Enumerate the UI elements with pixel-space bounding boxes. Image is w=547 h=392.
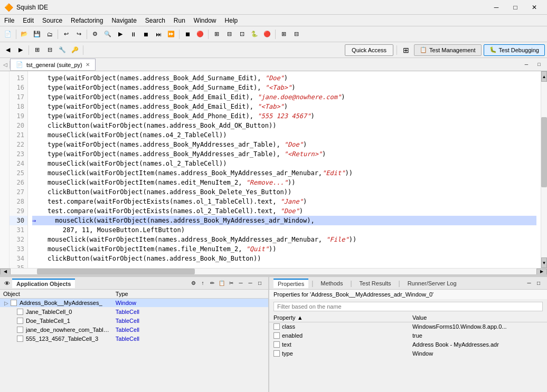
hscroll-left[interactable]: ◀: [0, 269, 11, 275]
sep6: [275, 30, 276, 39]
tb-btn-11[interactable]: ⊟: [223, 28, 235, 40]
prop-col-value[interactable]: Value: [408, 313, 547, 322]
tb-btn-1[interactable]: ⚙: [89, 28, 101, 40]
minimize-button[interactable]: ─: [488, 2, 505, 13]
properties-maximize[interactable]: □: [534, 279, 543, 288]
app-objects-tool-2[interactable]: ↑: [199, 279, 207, 288]
editor-maximize-button[interactable]: □: [533, 59, 545, 70]
prop-row-type[interactable]: type Window: [269, 349, 547, 358]
table-row-0[interactable]: ▷ Address_Book__MyAddresses_ Window: [0, 299, 268, 308]
app-objects-minimize[interactable]: ─: [246, 279, 254, 288]
editor-tab-main[interactable]: 📄 tst_general (suite_py) ✕: [10, 59, 96, 70]
tb-btn-15[interactable]: ⊞: [278, 28, 289, 40]
scroll-down[interactable]: ▼: [541, 257, 547, 268]
menu-window[interactable]: Window: [190, 16, 221, 25]
test-management-button[interactable]: 📋 Test Management: [414, 44, 481, 56]
new-button[interactable]: 📄: [2, 28, 14, 40]
tb-extra-4[interactable]: 🔑: [69, 44, 81, 56]
tb-extra-1[interactable]: ⊞: [31, 44, 43, 56]
app-objects-tool-4[interactable]: 📋: [218, 279, 226, 288]
nav-back-button[interactable]: ◀: [2, 44, 14, 56]
table-row-2[interactable]: Doe_TableCell_1 TableCell: [0, 317, 268, 326]
row4-checkbox[interactable]: [17, 336, 23, 342]
menu-search[interactable]: Search: [141, 16, 169, 25]
quick-access-button[interactable]: Quick Access: [345, 44, 393, 56]
side-icon-1[interactable]: ◁: [3, 62, 7, 68]
test-debugging-button[interactable]: 🐛 Test Debugging: [484, 44, 545, 56]
save-button[interactable]: 💾: [31, 28, 43, 40]
menu-navigate[interactable]: Navigate: [107, 16, 140, 25]
app-objects-tool-1[interactable]: ⚙: [189, 279, 197, 288]
menu-help[interactable]: Help: [221, 16, 242, 25]
nav-fwd-button[interactable]: ▶: [15, 44, 26, 56]
tb-btn-8[interactable]: ◼: [182, 28, 193, 40]
table-row-3[interactable]: jane_doe_nowhere_com_Tabl… TableCell: [0, 326, 268, 334]
tb-btn-4[interactable]: ⏸: [127, 28, 139, 40]
app-objects-title[interactable]: Application Objects: [12, 279, 75, 288]
editor-scrollbar[interactable]: ▲ ▼: [541, 71, 547, 268]
row0-checkbox[interactable]: [11, 300, 17, 306]
maximize-button[interactable]: □: [507, 2, 524, 13]
menu-file[interactable]: File: [0, 16, 18, 25]
prop-text-checkbox[interactable]: [274, 341, 280, 348]
tab-methods[interactable]: Methods: [316, 279, 347, 288]
tb-btn-9[interactable]: 🔴: [194, 28, 206, 40]
prop-row-class[interactable]: class WindowsForms10.Window.8.app.0...: [269, 322, 547, 331]
properties-filter-input[interactable]: [274, 302, 543, 311]
prop-enabled-checkbox[interactable]: [274, 332, 280, 339]
close-button[interactable]: ✕: [526, 2, 543, 13]
prop-col-property[interactable]: Property ▲: [269, 313, 408, 322]
tb-btn-5[interactable]: ⏹: [140, 28, 152, 40]
app-objects-maximize[interactable]: □: [256, 279, 264, 288]
editor-minimize-button[interactable]: ─: [521, 59, 532, 70]
tb-btn-12[interactable]: ⊡: [236, 28, 248, 40]
hscroll-right[interactable]: ▶: [536, 269, 547, 275]
hscroll-thumb[interactable]: [37, 269, 195, 274]
tb-btn-13[interactable]: 🐍: [249, 28, 260, 40]
table-row-4[interactable]: 555_123_4567_TableCell_3 TableCell: [0, 334, 268, 343]
prop-class-checkbox[interactable]: [274, 323, 280, 330]
tb-btn-10[interactable]: ⊞: [211, 28, 222, 40]
row0-expand[interactable]: ▷: [3, 300, 10, 306]
tb-extra-2[interactable]: ⊟: [44, 44, 55, 56]
editor-hscroll[interactable]: ◀ ▶: [0, 268, 547, 274]
save-all-button[interactable]: 🗂: [44, 28, 55, 40]
row3-checkbox[interactable]: [17, 327, 23, 333]
scroll-thumb[interactable]: [541, 117, 547, 187]
prop-type-checkbox[interactable]: [274, 350, 280, 357]
tb-btn-2[interactable]: 🔍: [102, 28, 114, 40]
tab-runner-log[interactable]: Runner/Server Log: [403, 279, 461, 288]
row2-checkbox[interactable]: [17, 318, 23, 324]
app-objects-tool-3[interactable]: ✏: [208, 279, 216, 288]
scroll-up[interactable]: ▲: [541, 71, 547, 82]
perspective-1[interactable]: ⊞: [400, 44, 412, 56]
table-row-1[interactable]: Jane_TableCell_0 TableCell: [0, 308, 268, 317]
gutter: [0, 71, 10, 268]
open-button[interactable]: 📂: [18, 28, 30, 40]
redo-button[interactable]: ↪: [73, 28, 84, 40]
prop-row-enabled[interactable]: enabled true: [269, 331, 547, 340]
menu-refactoring[interactable]: Refactoring: [67, 16, 107, 25]
menu-run[interactable]: Run: [169, 16, 190, 25]
properties-minimize[interactable]: ─: [525, 279, 533, 288]
app-objects-tool-5[interactable]: ✂: [227, 279, 235, 288]
tb-btn-6[interactable]: ⏭: [153, 28, 164, 40]
tab-properties[interactable]: Properties: [274, 279, 308, 288]
tb-btn-7[interactable]: ⏩: [165, 28, 177, 40]
tb-btn-14[interactable]: 🔴: [261, 28, 273, 40]
row1-checkbox[interactable]: [17, 309, 23, 315]
prop-row-text[interactable]: text Address Book - MyAddresses.adr: [269, 340, 547, 349]
tab-test-results[interactable]: Test Results: [355, 279, 395, 288]
prop-type-name: type: [269, 349, 408, 358]
tb-btn-16[interactable]: ⊟: [290, 28, 302, 40]
app-objects-tool-6[interactable]: ─: [237, 279, 245, 288]
tab-close-button[interactable]: ✕: [86, 62, 90, 68]
undo-button[interactable]: ↩: [60, 28, 72, 40]
tb-btn-3[interactable]: ▶: [115, 28, 126, 40]
scroll-track[interactable]: [541, 82, 547, 257]
menu-edit[interactable]: Edit: [18, 16, 38, 25]
hscroll-track[interactable]: [11, 269, 536, 274]
code-editor[interactable]: type(waitForObject(names.address_Book_Ad…: [28, 71, 541, 268]
menu-source[interactable]: Source: [38, 16, 67, 25]
tb-extra-3[interactable]: 🔧: [56, 44, 68, 56]
